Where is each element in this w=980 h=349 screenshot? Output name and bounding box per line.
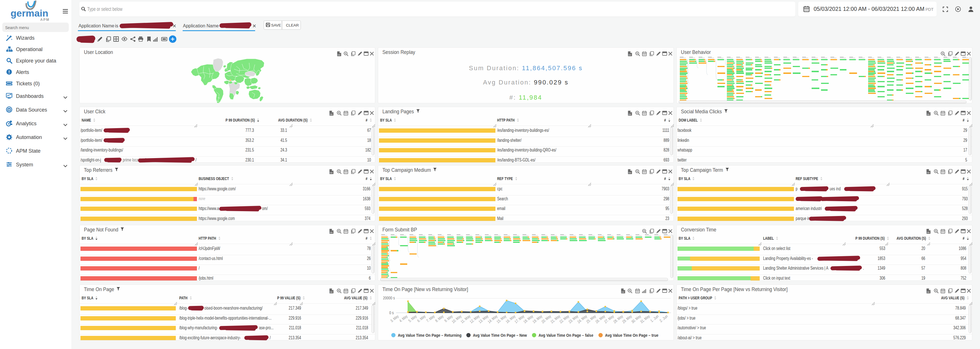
svg-text:csv: csv: [927, 231, 930, 233]
svg-text:csv: csv: [622, 291, 624, 293]
svg-text:csv: csv: [330, 291, 333, 293]
svg-text:csv: csv: [927, 291, 930, 293]
